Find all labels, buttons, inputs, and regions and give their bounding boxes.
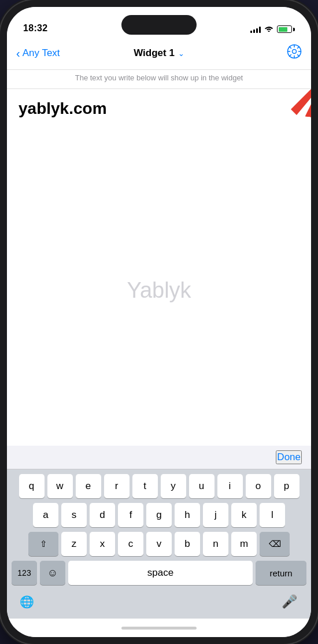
home-indicator	[7, 619, 311, 637]
nav-title: Widget 1	[134, 47, 175, 59]
subtitle-bar: The text you write below will show up in…	[7, 70, 311, 89]
key-g[interactable]: g	[146, 503, 172, 527]
subtitle-text: The text you write below will show up in…	[75, 73, 243, 82]
key-m[interactable]: m	[231, 532, 257, 556]
nav-bar: ‹ Any Text Widget 1 ⌄	[7, 38, 311, 70]
battery-icon	[277, 25, 295, 33]
key-shift[interactable]: ⇧	[28, 532, 58, 556]
watermark-text: Yablyk	[127, 278, 191, 303]
key-u[interactable]: u	[189, 474, 215, 498]
keyboard: q w e r t y u i o p a s d f g h j k	[7, 469, 311, 619]
chevron-left-icon: ‹	[16, 47, 20, 59]
dropdown-arrow-icon[interactable]: ⌄	[178, 49, 184, 58]
phone-frame: 18:32	[0, 0, 318, 644]
key-t[interactable]: t	[132, 474, 158, 498]
wifi-icon	[264, 25, 273, 34]
status-time: 18:32	[23, 23, 47, 34]
key-return[interactable]: return	[256, 561, 306, 585]
status-icons	[250, 25, 295, 34]
keyboard-row-2: a s d f g h j k l	[9, 503, 309, 527]
signal-bar-3	[256, 28, 258, 33]
key-w[interactable]: w	[47, 474, 73, 498]
signal-bar-4	[259, 27, 261, 33]
key-numbers[interactable]: 123	[12, 561, 37, 585]
key-e[interactable]: e	[76, 474, 101, 498]
signal-bar-1	[250, 31, 252, 33]
key-l[interactable]: l	[260, 503, 285, 527]
keyboard-bottom-row: 123 ☺ space return	[9, 561, 309, 585]
key-s[interactable]: s	[61, 503, 87, 527]
done-button[interactable]: Done	[276, 450, 302, 464]
key-globe[interactable]: 🌐	[14, 590, 39, 614]
key-microphone[interactable]: 🎤	[275, 592, 304, 612]
svg-marker-12	[291, 89, 311, 115]
svg-point-1	[293, 50, 297, 54]
key-j[interactable]: j	[203, 503, 228, 527]
key-c[interactable]: c	[118, 532, 143, 556]
key-emoji[interactable]: ☺	[40, 561, 65, 585]
keyboard-row-3: ⇧ z x c v b n m ⌫	[9, 532, 309, 556]
svg-line-9	[290, 55, 291, 57]
nav-title-container: Widget 1 ⌄	[134, 47, 184, 59]
key-b[interactable]: b	[175, 532, 200, 556]
typed-text: yablyk.com	[7, 89, 311, 128]
key-p[interactable]: p	[274, 474, 299, 498]
key-a[interactable]: a	[33, 503, 58, 527]
key-d[interactable]: d	[90, 503, 115, 527]
key-i[interactable]: i	[217, 474, 243, 498]
keyboard-accessory-row: 🌐 🎤	[9, 589, 309, 616]
key-q[interactable]: q	[19, 474, 45, 498]
key-n[interactable]: n	[203, 532, 228, 556]
content-area[interactable]: yablyk.com Yablyk	[7, 89, 311, 446]
settings-button[interactable]	[279, 44, 302, 62]
key-y[interactable]: y	[161, 474, 186, 498]
key-h[interactable]: h	[175, 503, 200, 527]
key-space[interactable]: space	[68, 561, 253, 585]
back-button[interactable]: ‹ Any Text	[16, 47, 68, 59]
keyboard-row-1: q w e r t y u i o p	[9, 474, 309, 498]
svg-line-8	[298, 47, 299, 49]
key-z[interactable]: z	[61, 532, 87, 556]
key-v[interactable]: v	[146, 532, 172, 556]
signal-bars-icon	[250, 26, 261, 33]
back-label: Any Text	[23, 47, 60, 59]
key-o[interactable]: o	[246, 474, 271, 498]
svg-line-6	[290, 47, 291, 49]
phone-screen: 18:32	[7, 7, 311, 637]
key-f[interactable]: f	[118, 503, 143, 527]
signal-bar-2	[253, 29, 255, 33]
key-r[interactable]: r	[104, 474, 130, 498]
svg-line-7	[298, 55, 299, 57]
dynamic-island	[121, 15, 197, 35]
home-bar	[121, 627, 197, 630]
key-delete[interactable]: ⌫	[260, 532, 290, 556]
key-x[interactable]: x	[90, 532, 115, 556]
done-bar: Done	[7, 446, 311, 469]
key-k[interactable]: k	[231, 503, 257, 527]
